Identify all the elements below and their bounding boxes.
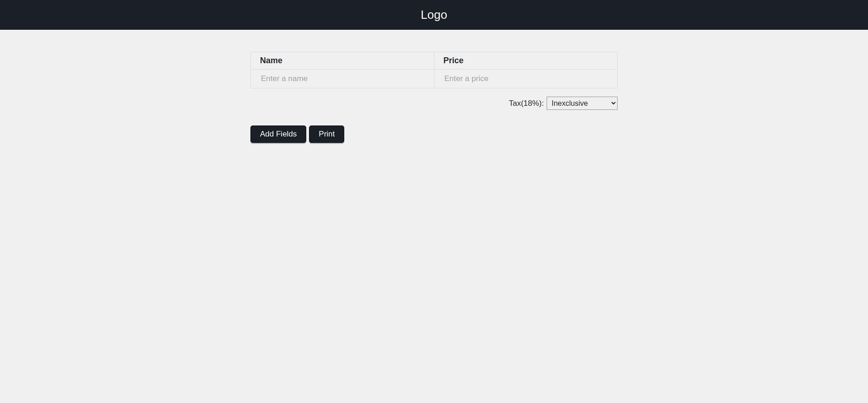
print-button[interactable]: Print bbox=[309, 125, 344, 143]
tax-select[interactable]: Inexclusive bbox=[547, 97, 618, 110]
button-row: Add Fields Print bbox=[250, 125, 618, 143]
column-header-name: Name bbox=[251, 52, 434, 70]
name-input[interactable] bbox=[255, 71, 430, 86]
table-row bbox=[251, 70, 618, 88]
app-header: Logo bbox=[0, 0, 868, 30]
add-fields-button[interactable]: Add Fields bbox=[250, 125, 306, 143]
brand-logo-text: Logo bbox=[421, 8, 447, 22]
items-table: Name Price bbox=[250, 52, 618, 88]
column-header-price: Price bbox=[434, 52, 618, 70]
tax-label: Tax(18%): bbox=[509, 99, 544, 108]
tax-row: Tax(18%): Inexclusive bbox=[250, 97, 618, 110]
price-input[interactable] bbox=[438, 71, 614, 86]
main-container: Name Price Tax(18%): Inexclusive Add Fie… bbox=[250, 30, 618, 143]
